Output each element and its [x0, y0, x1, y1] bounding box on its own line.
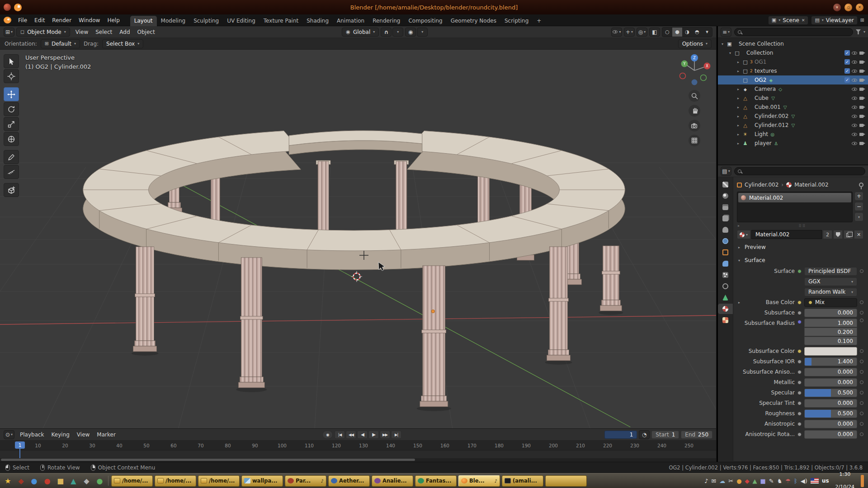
outliner-row[interactable]: ▸ Camera ✓	[718, 84, 868, 94]
play-button[interactable]: ▶	[368, 431, 379, 439]
show-overlays-toggle[interactable]: ◎▾	[637, 28, 647, 37]
disclosure-triangle[interactable]: ▸	[736, 123, 741, 127]
preview-range-toggle[interactable]: ◔	[639, 430, 650, 439]
disclosure-triangle[interactable]: ▸	[736, 114, 741, 118]
tray-icon-pen[interactable]: ✎	[769, 478, 774, 484]
outliner-search-input[interactable]	[734, 28, 853, 36]
roughness-slider[interactable]: 0.500	[804, 409, 857, 418]
play-reverse-button[interactable]: ◀	[357, 431, 368, 439]
launcher-icon-star[interactable]: ★	[2, 475, 14, 487]
frame-start-field[interactable]: Start1	[651, 431, 679, 439]
zoom-icon[interactable]	[689, 90, 700, 102]
measure-tool[interactable]	[4, 165, 19, 179]
jump-to-end-button[interactable]: ▶|	[391, 431, 401, 439]
shading-wireframe-button[interactable]: ○	[662, 28, 672, 37]
timeline-menu[interactable]: View	[73, 430, 93, 439]
render-visibility-icon[interactable]	[859, 104, 866, 110]
tray-icon-umbrella[interactable]: ☂	[785, 478, 791, 484]
tray-icon-cloud[interactable]: ☁	[719, 478, 725, 484]
taskbar-clock[interactable]: 1:30 2/10/24	[835, 465, 854, 488]
taskbar-window-button[interactable]: Analie... ♪	[372, 475, 413, 487]
outliner-row[interactable]: ▸ Light ✓	[718, 130, 868, 139]
render-visibility-icon[interactable]	[859, 68, 866, 74]
exclude-checkbox[interactable]: ✓	[844, 77, 850, 83]
hide-eye-icon[interactable]	[851, 86, 858, 92]
taskbar-window-button[interactable]: /home/... ♪	[111, 475, 153, 487]
scene-properties-tab[interactable]	[718, 225, 733, 235]
outliner-row[interactable]: ▸ 2 textures ✓	[718, 66, 868, 75]
object-properties-tab[interactable]	[718, 247, 733, 258]
blender-logo-icon[interactable]	[4, 17, 11, 23]
object-visibility-dropdown[interactable]: ▾	[611, 28, 622, 37]
outliner-row[interactable]: ▸ Cube.001 ✓	[718, 103, 868, 112]
browse-material-button[interactable]: ▾	[737, 230, 750, 239]
slot-specials-button[interactable]: ▾	[854, 212, 863, 221]
outliner-row[interactable]: ▸ Cube ✓	[718, 94, 868, 103]
viewport-menu[interactable]: Add	[116, 28, 133, 37]
options-dropdown[interactable]: Options▾	[678, 39, 712, 48]
render-visibility-icon[interactable]	[859, 131, 866, 137]
taskbar-window-button[interactable]: /home/... ♪	[155, 475, 196, 487]
prev-keyframe-button[interactable]: ◀◀	[346, 431, 356, 439]
tray-icon-2[interactable]: ◆	[745, 478, 750, 484]
world-properties-tab[interactable]	[718, 236, 733, 246]
shading-solid-button[interactable]: ●	[672, 28, 682, 37]
exclude-checkbox[interactable]: ✓	[844, 59, 850, 65]
breadcrumb-object[interactable]: Cylinder.002	[745, 182, 778, 188]
remove-slot-button[interactable]: −	[854, 202, 863, 211]
subsurface-ior-slider[interactable]: 1.400	[804, 357, 857, 366]
decorator-icon[interactable]	[860, 412, 863, 415]
surface-shader-field[interactable]: Principled BSDF	[804, 267, 857, 276]
annotate-tool[interactable]	[4, 150, 19, 164]
workspace-tab[interactable]: +	[533, 16, 545, 26]
fake-user-button[interactable]	[833, 230, 843, 239]
texture-properties-tab[interactable]	[718, 315, 733, 325]
current-frame-field[interactable]: 1	[604, 431, 637, 439]
ortho-grid-icon[interactable]	[689, 135, 700, 146]
next-keyframe-button[interactable]: ▶▶	[380, 431, 390, 439]
decorator-icon[interactable]	[860, 380, 863, 384]
bluetooth-icon[interactable]: ᛒ	[794, 478, 797, 484]
navigation-gizmo[interactable]: Z Y X	[677, 52, 712, 87]
window-menu-icon[interactable]	[4, 4, 11, 11]
proportional-falloff-dropdown[interactable]: ▾	[417, 28, 428, 37]
disclosure-triangle[interactable]: ▸	[736, 132, 741, 136]
workspace-tab[interactable]: Sculpting	[189, 16, 223, 26]
add-cube-tool[interactable]	[4, 183, 19, 197]
topbar-menu[interactable]: Window	[75, 16, 104, 25]
tray-icon-4[interactable]: ■	[760, 478, 766, 484]
metallic-slider[interactable]: 0.000	[804, 378, 857, 387]
jump-to-start-button[interactable]: |◀	[335, 431, 345, 439]
launcher-icon-6[interactable]: ◆	[81, 475, 92, 487]
workspace-tab[interactable]: UV Editing	[223, 16, 259, 26]
outliner-row[interactable]: ▸ Cylinder.012 ✓	[718, 121, 868, 130]
auto-keyframe-toggle[interactable]: ◉	[322, 431, 333, 439]
orientation-dropdown[interactable]: ⊞ Default▾	[41, 39, 80, 48]
surface-panel-header[interactable]: ▾Surface	[737, 255, 863, 265]
volume-icon[interactable]: ◀)	[801, 478, 807, 484]
show-gizmo-toggle[interactable]: +▾	[624, 28, 635, 37]
outliner-row[interactable]: ▸ Cylinder.002 ✓	[718, 112, 868, 121]
outliner-row[interactable]: OG2 ✓	[718, 75, 868, 84]
hide-eye-icon[interactable]	[851, 141, 858, 146]
sss-method-dropdown[interactable]: Random Walk▾	[804, 288, 857, 296]
transform-orientation-dropdown[interactable]: ◉ Global▾	[342, 28, 379, 37]
workspace-tab[interactable]: Compositing	[404, 16, 446, 26]
hide-eye-icon[interactable]	[851, 59, 858, 65]
us-flag-icon[interactable]	[811, 478, 819, 483]
workspace-tab[interactable]: Rendering	[368, 16, 404, 26]
render-properties-tab[interactable]	[718, 191, 733, 201]
properties-editor-type-button[interactable]: ▤▾	[721, 167, 731, 176]
transform-tool[interactable]	[4, 132, 19, 146]
snap-dropdown[interactable]: ▾	[392, 28, 403, 37]
breadcrumb-material[interactable]: Material.002	[794, 182, 828, 188]
material-properties-tab[interactable]	[718, 304, 733, 314]
hide-eye-icon[interactable]	[851, 77, 858, 83]
disclosure-triangle[interactable]: ▸	[736, 69, 741, 73]
hide-eye-icon[interactable]	[851, 50, 858, 56]
timeline-menu[interactable]: Marker	[93, 430, 119, 439]
workspace-tab[interactable]: Geometry Nodes	[447, 16, 500, 26]
frame-end-field[interactable]: End250	[681, 431, 712, 439]
tray-icon-mail[interactable]: ✉	[711, 478, 716, 484]
exclude-checkbox[interactable]: ✓	[844, 50, 850, 56]
